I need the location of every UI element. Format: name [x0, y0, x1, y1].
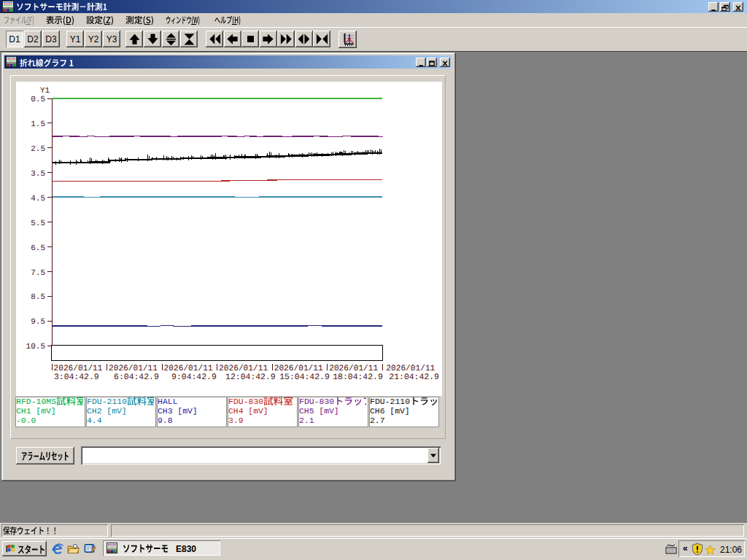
svg-text:0.5: 0.5 — [31, 96, 45, 104]
svg-text:9:04:42.9: 9:04:42.9 — [171, 373, 217, 382]
svg-text:6:04:42.9: 6:04:42.9 — [114, 373, 159, 382]
svg-text:1.5: 1.5 — [31, 120, 45, 129]
svg-text:2026/01/11: 2026/01/11 — [219, 364, 268, 373]
svg-text:3:04:42.9: 3:04:42.9 — [54, 373, 99, 382]
svg-text:4.5: 4.5 — [31, 195, 45, 203]
svg-text:21:04:42.9: 21:04:42.9 — [389, 373, 439, 382]
svg-text:2026/01/11: 2026/01/11 — [164, 364, 213, 373]
svg-text:10.5: 10.5 — [26, 343, 45, 351]
svg-text:3.5: 3.5 — [31, 170, 45, 179]
svg-text:8.5: 8.5 — [31, 293, 45, 302]
svg-text:Y1: Y1 — [40, 87, 50, 96]
svg-text:2026/01/11: 2026/01/11 — [386, 364, 435, 373]
svg-text:2026/01/11: 2026/01/11 — [109, 364, 158, 373]
svg-text:9.5: 9.5 — [31, 318, 45, 327]
svg-text:2026/01/11: 2026/01/11 — [54, 364, 103, 373]
svg-text:7.5: 7.5 — [31, 269, 45, 278]
svg-text:2.5: 2.5 — [31, 145, 45, 154]
svg-text:5.5: 5.5 — [31, 219, 45, 228]
svg-text:6.5: 6.5 — [31, 244, 45, 253]
svg-text:2026/01/11: 2026/01/11 — [274, 364, 323, 373]
svg-text:12:04:42.9: 12:04:42.9 — [225, 373, 276, 382]
svg-text:18:04:42.9: 18:04:42.9 — [333, 373, 383, 382]
svg-text:15:04:42.9: 15:04:42.9 — [279, 373, 330, 382]
svg-text:2026/01/11: 2026/01/11 — [329, 364, 378, 373]
